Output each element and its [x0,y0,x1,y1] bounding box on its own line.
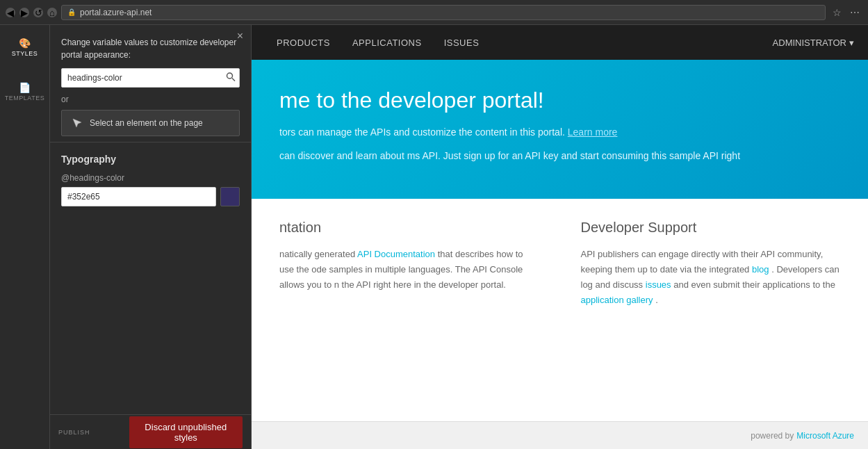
nav-applications[interactable]: APPLICATIONS [341,25,433,60]
search-input[interactable] [61,68,240,88]
hero-section: me to the developer portal! tors can man… [252,60,868,199]
cursor-icon [70,116,84,130]
hero-title-text: me to the developer portal! [279,88,544,113]
color-swatch[interactable] [220,187,240,206]
learn-more-link[interactable]: Learn more [568,126,618,138]
blog-link[interactable]: blog [752,264,769,275]
admin-menu[interactable]: ADMINISTRATOR ▾ [773,38,854,48]
content-area: 🎨 STYLES 📄 TEMPLATES × Change variable v… [0,25,868,449]
home-button[interactable]: ⌂ [47,8,57,17]
col2-title: Developer Support [581,220,841,236]
page-container: ◀ ▶ ↺ ⌂ 🔒 portal.azure-api.net ☆ ⋯ 🎨 STY… [0,0,868,449]
col1-text-1: natically generated [279,249,355,259]
discard-button[interactable]: Discard unpublished styles [129,416,243,448]
panel-description: Change variable values to customize deve… [61,36,240,61]
col2-body: API publishers can engage directly with … [581,247,841,308]
admin-label: ADMINISTRATOR [773,38,846,48]
microsoft-azure-link[interactable]: Microsoft Azure [796,431,854,441]
panel-header: × Change variable values to customize de… [50,25,251,142]
col1-body: natically generated API Documentation th… [279,247,539,293]
select-element-button[interactable]: Select an element on the page [61,110,240,136]
content-section: ntation natically generated API Document… [252,199,868,421]
svg-line-1 [232,79,235,81]
back-button[interactable]: ◀ [6,8,15,17]
refresh-button[interactable]: ↺ [33,8,43,17]
nav-products[interactable]: PRODUCTS [265,25,341,60]
color-hex-input[interactable] [61,187,216,206]
left-sidebar: 🎨 STYLES 📄 TEMPLATES [0,25,50,449]
powered-by-text: powered by [751,431,794,441]
templates-icon: 📄 [19,82,31,93]
or-text: or [61,95,240,104]
typography-title: Typography [61,154,240,165]
col2-text-3: and even submit their applications to th… [673,279,835,290]
app-gallery-link[interactable]: application gallery [581,295,653,305]
variable-label: @headings-color [61,173,240,183]
nav-links: PRODUCTS APPLICATIONS ISSUES [265,25,490,60]
content-col-2: Developer Support API publishers can eng… [581,220,841,400]
issues-link[interactable]: issues [646,279,671,290]
browser-nav-icons: ☆ ⋯ [830,6,862,19]
publish-bar: PUBLISH Discard unpublished styles [50,414,252,449]
select-element-label: Select an element on the page [90,118,203,128]
address-bar: 🔒 portal.azure-api.net [61,5,826,20]
content-col-1: ntation natically generated API Document… [279,220,539,400]
hero-desc: can discover and learn about ms API. Jus… [279,148,840,163]
svg-point-0 [227,73,233,79]
search-container [61,68,240,88]
styles-panel: × Change variable values to customize de… [50,25,252,449]
color-input-row [61,187,240,206]
forward-button[interactable]: ▶ [19,8,29,17]
admin-arrow-icon: ▾ [849,38,854,48]
right-content: PRODUCTS APPLICATIONS ISSUES ADMINISTRAT… [252,25,868,449]
menu-icon[interactable]: ⋯ [847,6,862,19]
templates-label: TEMPLATES [5,95,44,101]
lock-icon: 🔒 [67,8,76,16]
hero-title: me to the developer portal! [279,88,840,113]
hero-subtitle: tors can manage the APIs and customize t… [279,124,766,140]
search-button[interactable] [224,71,237,85]
portal-nav: PRODUCTS APPLICATIONS ISSUES ADMINISTRAT… [252,25,868,60]
search-icon [226,72,236,82]
nav-issues[interactable]: ISSUES [433,25,491,60]
api-docs-link[interactable]: API Documentation [357,249,435,259]
sidebar-templates[interactable]: 📄 TEMPLATES [0,76,49,107]
typography-section: Typography @headings-color [50,142,251,414]
footer-bar: powered by Microsoft Azure [252,421,868,449]
styles-icon: 🎨 [19,38,31,49]
close-button[interactable]: × [234,29,246,43]
star-icon[interactable]: ☆ [830,6,844,19]
sidebar-styles[interactable]: 🎨 STYLES [0,32,49,63]
styles-label: STYLES [12,50,38,57]
col1-title: ntation [279,220,539,236]
publish-label: PUBLISH [58,429,90,436]
col2-text-4: . [655,295,658,305]
url-text: portal.azure-api.net [80,8,819,17]
browser-chrome: ◀ ▶ ↺ ⌂ 🔒 portal.azure-api.net ☆ ⋯ [0,0,868,25]
hero-subtitle-text: tors can manage the APIs and customize t… [279,126,565,138]
